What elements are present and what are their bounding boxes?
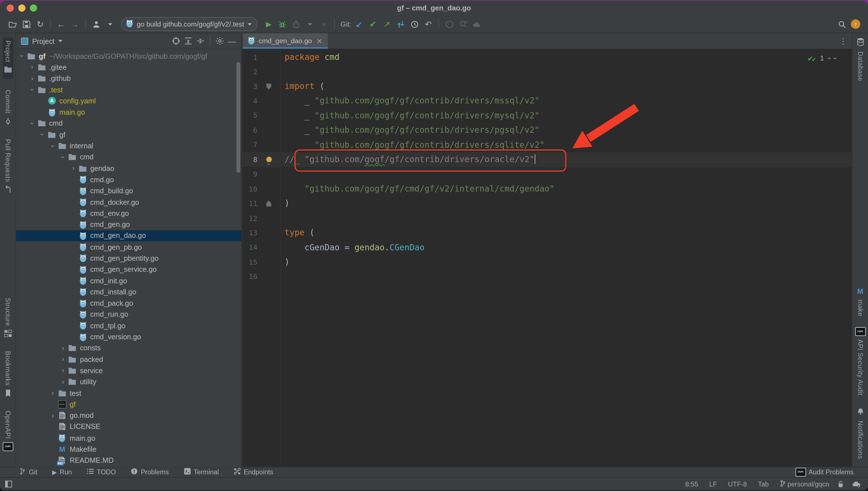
tree-item-main-go[interactable]: ›main.go	[16, 107, 241, 118]
rollback-button[interactable]: ↶	[422, 18, 435, 31]
tree-item-license[interactable]: ›LICENSE	[16, 421, 241, 433]
tree-item-gf[interactable]: ›•••gf	[16, 399, 241, 410]
tree-item-go-mod[interactable]: ›go.mod	[16, 410, 241, 421]
tree-item-cmd-docker-go[interactable]: ›cmd_docker.go	[16, 196, 241, 208]
chevron-icon[interactable]: ›	[50, 142, 56, 150]
tool-stripe-bookmarks[interactable]: Bookmarks	[4, 351, 12, 400]
tree-item-cmd-build-go[interactable]: ›cmd_build.go	[16, 185, 241, 197]
tool-stripe-database[interactable]: Database	[856, 37, 864, 81]
titlebar[interactable]: gf – cmd_gen_dao.go	[0, 1, 868, 16]
code-line-2[interactable]: 2	[242, 64, 852, 79]
tool-window-button-git[interactable]: Git	[19, 468, 37, 476]
status-caret-position[interactable]: 8:55	[685, 480, 698, 488]
tree-item-cmd-gen-pbentity-go[interactable]: ›cmd_gen_pbentity.go	[16, 253, 241, 264]
debug-button[interactable]	[276, 18, 289, 31]
code-line-5[interactable]: 5 _ "github.com/gogf/gf/contrib/drivers/…	[242, 109, 852, 123]
code-line-9[interactable]: 9	[242, 167, 852, 182]
tree-item-service[interactable]: ›service	[16, 365, 241, 376]
search-everywhere-button[interactable]	[835, 18, 848, 31]
tree-item-cmd-version-go[interactable]: ›cmd_version.go	[16, 331, 241, 342]
chevron-icon[interactable]: ›	[49, 412, 57, 419]
chevron-icon[interactable]: ›	[69, 165, 78, 172]
collapse-all-button[interactable]	[194, 35, 206, 47]
project-view-selector[interactable]: Project	[32, 37, 55, 45]
open-button[interactable]	[6, 18, 20, 31]
chevron-icon[interactable]: ›	[39, 131, 46, 139]
ide-update-button[interactable]: ↑	[848, 18, 862, 31]
inspections-widget[interactable]: ✔ ✔ 1 › ›	[807, 54, 836, 62]
tree-item-cmd-gen-pb-go[interactable]: ›cmd_gen_pb.go	[16, 241, 241, 253]
code-line-1[interactable]: 1package cmd	[242, 50, 852, 64]
tab-cmd-gen-dao-go[interactable]: cmd_gen_dao.go ✕	[243, 33, 327, 49]
tree-item-makefile[interactable]: ›MMakefile	[16, 443, 241, 455]
tool-stripe-commit[interactable]: Commit	[4, 90, 12, 128]
tool-stripe-pull-requests[interactable]: Pull Requests	[4, 139, 12, 196]
chevron-icon[interactable]: ›	[59, 379, 67, 385]
tree-item-cmd-gen-go[interactable]: ›cmd_gen.go	[16, 219, 241, 230]
tree-item-config-yaml[interactable]: ›Aconfig.yaml	[16, 95, 241, 107]
tree-item-utility[interactable]: ›utility	[16, 376, 241, 387]
code-line-8[interactable]: 8//_ "github.com/gogf/gf/contrib/drivers…	[242, 152, 852, 167]
select-opened-file-button[interactable]	[170, 35, 182, 47]
tree-item-packed[interactable]: ›packed	[16, 354, 241, 365]
layout-icon[interactable]	[5, 481, 12, 488]
close-tab-icon[interactable]: ✕	[316, 37, 322, 45]
chevron-icon[interactable]: ›	[28, 75, 36, 82]
tool-stripe-openapi[interactable]: OpenAPI/API	[3, 411, 13, 451]
tree-item-internal[interactable]: ›internal	[16, 140, 241, 151]
code-line-16[interactable]: 16	[242, 269, 852, 284]
code-line-15[interactable]: 15)	[242, 255, 852, 269]
chevron-icon[interactable]: ›	[19, 52, 25, 60]
options-button[interactable]	[213, 35, 226, 47]
project-tree-scrollbar[interactable]	[236, 62, 240, 173]
tree-item-cmd-tpl-go[interactable]: ›cmd_tpl.go	[16, 320, 241, 331]
code-editor[interactable]: 1package cmd23import (4 _ "github.com/go…	[242, 49, 852, 466]
tree-item-consts[interactable]: ›consts	[16, 342, 241, 354]
code-line-11[interactable]: 11)	[242, 196, 852, 211]
tree-item-cmd-pack-go[interactable]: ›cmd_pack.go	[16, 297, 241, 309]
code-line-14[interactable]: 14 cGenDao = gendao.CGenDao	[242, 240, 852, 255]
tree-item-cmd-install-go[interactable]: ›cmd_install.go	[16, 286, 241, 297]
run-button[interactable]: ▶	[262, 18, 276, 31]
tree-item-cmd-env-go[interactable]: ›cmd_env.go	[16, 208, 241, 219]
code-line-4[interactable]: 4 _ "github.com/gogf/gf/contrib/drivers/…	[242, 94, 852, 109]
chevron-icon[interactable]: ›	[29, 86, 36, 94]
fetch-button[interactable]	[394, 18, 408, 31]
code-line-13[interactable]: 13type (	[242, 226, 852, 240]
tree-item-main-go[interactable]: ›main.go	[16, 432, 241, 443]
run-configuration-select[interactable]: go build github.com/gogf/gf/v2/.test	[121, 17, 257, 31]
tree-item-gf[interactable]: ›gf~/Workspace/Go/GOPATH/src/github.com/…	[16, 50, 241, 62]
tool-window-button-run[interactable]: ▶Run	[52, 468, 72, 476]
tool-window-button-todo[interactable]: TODO	[87, 468, 116, 476]
code-line-3[interactable]: 3import (	[242, 79, 852, 94]
save-button[interactable]	[20, 18, 33, 31]
tree-item--github[interactable]: ›.github	[16, 73, 241, 84]
code-line-7[interactable]: 7 _ "github.com/gogf/gf/contrib/drivers/…	[242, 138, 852, 152]
sync-button[interactable]: ↻	[33, 18, 47, 31]
tool-window-button-audit-problems[interactable]: /API Audit Problems	[795, 468, 853, 476]
code-line-10[interactable]: 10 "github.com/gogf/gf/cmd/gf/v2/interna…	[242, 182, 852, 196]
lock-icon[interactable]	[837, 481, 844, 488]
tool-stripe-api-security-audit[interactable]: /APIAPI Security Audit	[855, 327, 865, 396]
status-encoding[interactable]: UTF-8	[728, 480, 747, 488]
code-line-12[interactable]: 12	[242, 211, 852, 226]
history-button[interactable]	[408, 18, 422, 31]
tree-item-test[interactable]: ›test	[16, 387, 241, 399]
tree-item-cmd-run-go[interactable]: ›cmd_run.go	[16, 309, 241, 320]
status-line-separator[interactable]: LF	[709, 480, 717, 488]
tree-item-cmd-gen-service-go[interactable]: ›cmd_gen_service.go	[16, 264, 241, 275]
tree-item--test[interactable]: ›.test	[16, 84, 241, 95]
settings-sync-icon[interactable]	[852, 480, 861, 488]
tool-window-button-terminal[interactable]: Terminal	[184, 468, 219, 476]
tool-stripe-project[interactable]: Project	[3, 37, 13, 79]
code-line-6[interactable]: 6 _ "github.com/gogf/gf/contrib/drivers/…	[242, 123, 852, 138]
chevron-down-icon[interactable]	[58, 40, 63, 42]
tool-stripe-make[interactable]: Mmake	[857, 286, 864, 316]
tree-item-cmd[interactable]: ›cmd	[16, 151, 241, 163]
expand-all-button[interactable]	[182, 35, 194, 47]
update-project-button[interactable]: ↙	[352, 18, 366, 31]
tool-stripe-notifications[interactable]: Notifications	[856, 407, 864, 459]
tree-item--gitee[interactable]: ›.gitee	[16, 62, 241, 73]
chevron-icon[interactable]: ›	[59, 367, 67, 374]
tool-stripe-structure[interactable]: Structure	[4, 298, 12, 340]
